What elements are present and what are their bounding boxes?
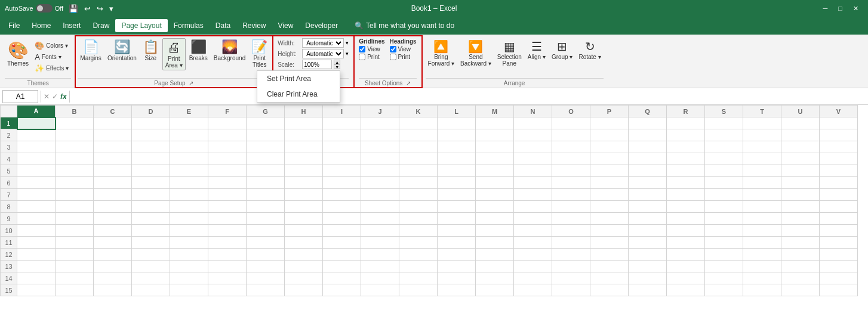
col-header-G[interactable]: G — [247, 106, 285, 117]
cell-T10[interactable] — [743, 225, 781, 237]
cell-G3[interactable] — [247, 141, 285, 153]
cell-C9[interactable] — [94, 213, 132, 225]
col-header-F[interactable]: F — [208, 106, 247, 117]
cell-V7[interactable] — [820, 189, 858, 201]
cell-A12[interactable] — [17, 249, 56, 261]
cell-Q13[interactable] — [629, 261, 667, 272]
clear-print-area-item[interactable]: Clear Print Area — [257, 86, 340, 102]
cell-T1[interactable] — [743, 117, 781, 129]
cell-N5[interactable] — [514, 165, 552, 177]
cell-C3[interactable] — [94, 141, 132, 153]
cell-D11[interactable] — [132, 237, 170, 249]
cell-K4[interactable] — [399, 153, 438, 165]
cell-K10[interactable] — [399, 225, 438, 237]
cell-S15[interactable] — [705, 284, 743, 296]
cell-M3[interactable] — [476, 141, 514, 153]
close-button[interactable]: ✕ — [848, 4, 863, 14]
cell-E13[interactable] — [170, 261, 208, 272]
cell-C15[interactable] — [94, 284, 132, 296]
cell-R12[interactable] — [667, 249, 705, 261]
cell-T11[interactable] — [743, 237, 781, 249]
cell-L4[interactable] — [438, 153, 476, 165]
cell-H2[interactable] — [285, 129, 323, 141]
cell-C14[interactable] — [94, 272, 132, 284]
cell-R9[interactable] — [667, 213, 705, 225]
cell-T8[interactable] — [743, 201, 781, 213]
menu-view[interactable]: View — [272, 19, 300, 32]
cell-J9[interactable] — [361, 213, 399, 225]
cell-O13[interactable] — [552, 261, 590, 272]
cell-K11[interactable] — [399, 237, 438, 249]
rotate-button[interactable]: ↻ Rotate ▾ — [576, 38, 603, 61]
page-setup-group-label[interactable]: Page Setup ↗ — [78, 78, 270, 88]
cell-T14[interactable] — [743, 272, 781, 284]
menu-draw[interactable]: Draw — [87, 19, 115, 32]
cell-U13[interactable] — [781, 261, 820, 272]
col-header-E[interactable]: E — [170, 106, 208, 117]
themes-group-label[interactable]: Themes — [5, 78, 71, 88]
cell-A5[interactable] — [17, 165, 56, 177]
cell-I11[interactable] — [323, 237, 361, 249]
cell-M7[interactable] — [476, 189, 514, 201]
menu-formulas[interactable]: Formulas — [168, 19, 210, 32]
col-header-Q[interactable]: Q — [629, 106, 667, 117]
cell-U1[interactable] — [781, 117, 820, 129]
cell-B7[interactable] — [56, 189, 94, 201]
cell-M2[interactable] — [476, 129, 514, 141]
cell-P11[interactable] — [590, 237, 629, 249]
cell-V14[interactable] — [820, 272, 858, 284]
height-select[interactable]: Automatic 1 page 2 pages — [302, 49, 344, 58]
cell-P1[interactable] — [590, 117, 629, 129]
col-header-M[interactable]: M — [476, 106, 514, 117]
cell-B9[interactable] — [56, 213, 94, 225]
cell-Q10[interactable] — [629, 225, 667, 237]
cell-T15[interactable] — [743, 284, 781, 296]
row-header-14[interactable]: 14 — [1, 272, 17, 284]
cell-V10[interactable] — [820, 225, 858, 237]
cell-M11[interactable] — [476, 237, 514, 249]
cell-A2[interactable] — [17, 129, 56, 141]
bring-forward-button[interactable]: 🔼 BringForward ▾ — [426, 38, 457, 68]
gridlines-view-checkbox[interactable] — [359, 46, 365, 52]
cell-D1[interactable] — [132, 117, 170, 129]
cell-S7[interactable] — [705, 189, 743, 201]
row-header-13[interactable]: 13 — [1, 261, 17, 272]
cell-G14[interactable] — [247, 272, 285, 284]
cell-P3[interactable] — [590, 141, 629, 153]
cell-G7[interactable] — [247, 189, 285, 201]
cell-B12[interactable] — [56, 249, 94, 261]
cell-I8[interactable] — [323, 201, 361, 213]
cell-A9[interactable] — [17, 213, 56, 225]
cell-P14[interactable] — [590, 272, 629, 284]
cell-O10[interactable] — [552, 225, 590, 237]
cell-R3[interactable] — [667, 141, 705, 153]
col-header-V[interactable]: V — [820, 106, 858, 117]
cell-F15[interactable] — [208, 284, 247, 296]
col-header-B[interactable]: B — [56, 106, 94, 117]
cell-S11[interactable] — [705, 237, 743, 249]
col-header-D[interactable]: D — [132, 106, 170, 117]
cell-Q8[interactable] — [629, 201, 667, 213]
menu-developer[interactable]: Developer — [299, 19, 344, 32]
cell-Q15[interactable] — [629, 284, 667, 296]
cell-P15[interactable] — [590, 284, 629, 296]
cell-O2[interactable] — [552, 129, 590, 141]
cell-G9[interactable] — [247, 213, 285, 225]
cell-R2[interactable] — [667, 129, 705, 141]
col-header-J[interactable]: J — [361, 106, 399, 117]
col-header-C[interactable]: C — [94, 106, 132, 117]
cell-J2[interactable] — [361, 129, 399, 141]
cell-G10[interactable] — [247, 225, 285, 237]
cell-F2[interactable] — [208, 129, 247, 141]
cell-D5[interactable] — [132, 165, 170, 177]
cell-I2[interactable] — [323, 129, 361, 141]
cell-H11[interactable] — [285, 237, 323, 249]
cell-R10[interactable] — [667, 225, 705, 237]
cell-F7[interactable] — [208, 189, 247, 201]
cell-H12[interactable] — [285, 249, 323, 261]
cell-S9[interactable] — [705, 213, 743, 225]
cell-V12[interactable] — [820, 249, 858, 261]
maximize-button[interactable]: □ — [833, 4, 847, 14]
name-box[interactable] — [2, 90, 38, 103]
cell-J12[interactable] — [361, 249, 399, 261]
